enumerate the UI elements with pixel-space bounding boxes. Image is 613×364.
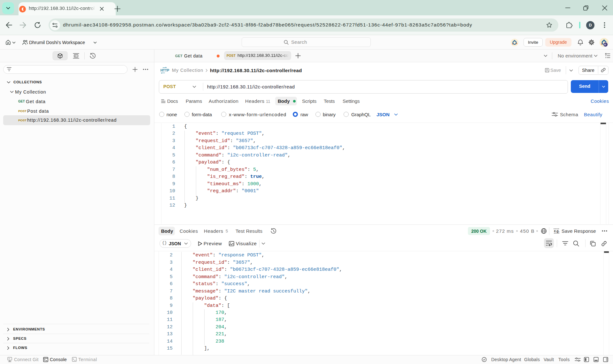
svg-text:e.g.: e.g. bbox=[554, 229, 559, 233]
svg-text:HTTP: HTTP bbox=[160, 68, 169, 72]
